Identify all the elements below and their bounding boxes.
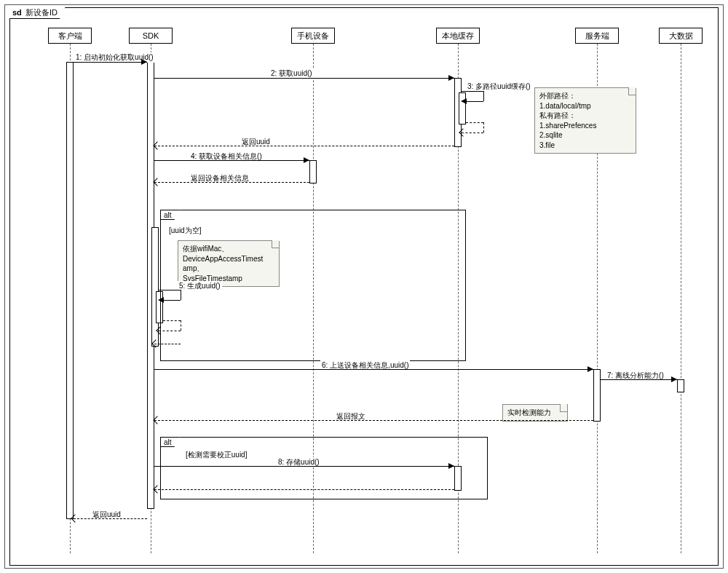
msg2-label: 2: 获取uuid() [269,68,314,79]
msg5-line1 [159,290,181,291]
rend-line [74,518,147,519]
participant-bigdata: 大数据 [659,28,703,44]
msg5-line3 [163,300,181,301]
participant-device: 手机设备 [291,28,335,44]
note-gen-l3: amp、 [183,264,274,274]
fragment-alt-1-label: alt [160,210,180,220]
participant-client: 客户端 [48,28,92,44]
msg6-arrow-icon [587,366,593,372]
r3-line [154,146,454,146]
activation-server [593,369,601,422]
participant-cache: 本地缓存 [436,28,480,44]
note-realtime: 实时检测能力 [502,404,568,422]
fragment-alt-2-guard: [检测需要校正uuid] [186,450,247,460]
sd-frame-label: sd 新设备ID [9,7,66,19]
msg7-arrow-icon [671,376,677,382]
participant-server: 服务端 [575,28,619,44]
note-paths: 外部路径： 1.data/local/tmp 私有路径： 1.sharePref… [534,87,636,154]
msg5-arrow-icon [158,297,164,303]
activation-device [309,160,317,183]
msg6-line [154,369,593,370]
note-gen-l1: 依据wifiMac、 [183,244,274,254]
msg4-line [154,160,309,161]
note-paths-l6: 3.file [539,141,631,151]
msg3-ret-line2 [483,122,484,133]
msg8-line [154,466,454,467]
note-gen-l2: DeviceAppAccessTimest [183,254,274,264]
msg3-arrow-icon [461,98,467,104]
msg5-ret2 [181,320,181,331]
msg8-arrow-icon [448,463,454,469]
fragment-alt-2-label: alt [160,437,180,447]
r6-line [154,420,593,421]
msg3-line3 [466,101,483,102]
msg3-label: 3: 多路径uuid缓存() [466,82,532,92]
fragment-alt-2: alt [160,437,488,499]
note-gen: 依据wifiMac、 DeviceAppAccessTimest amp、 Sy… [178,240,280,287]
note-paths-l3: 私有路径： [539,111,631,121]
msg1-arrow-icon [141,59,147,65]
sd-title: 新设备ID [25,8,58,17]
msg2-line [154,78,454,79]
participant-sdk: SDK [129,28,173,44]
note-realtime-l1: 实时检测能力 [507,408,563,418]
msg7-line [601,379,677,380]
msg4-arrow-icon [304,157,309,163]
msg5-label: 5: 生成uuid() [178,281,222,291]
note-paths-l1: 外部路径： [539,91,631,101]
msg5-line2 [181,290,181,300]
activation-client [66,62,74,519]
note-paths-l5: 2.sqlite [539,130,631,141]
sequence-diagram: sd 新设备ID 客户端 SDK 手机设备 本地缓存 服务端 大数据 1: 启动… [0,0,728,573]
msg8-ret-line [154,489,454,490]
msg5-ret1 [163,320,181,321]
r4-line [154,182,309,183]
fragment-alt-1-guard: [uuid为空] [169,226,201,236]
lifeline-bigdata [681,44,681,553]
msg1-line [74,62,147,63]
note-paths-l4: 1.sharePrefences [539,121,631,131]
activation-bigdata [677,379,684,392]
activation-cache-self [459,92,466,125]
msg3-line2 [483,91,484,101]
sd-prefix: sd [12,8,22,17]
note-paths-l2: 1.data/local/tmp [539,101,631,111]
msg3-line1 [462,91,483,92]
msg3-ret-line1 [466,122,483,123]
msg2-arrow-icon [448,75,454,81]
